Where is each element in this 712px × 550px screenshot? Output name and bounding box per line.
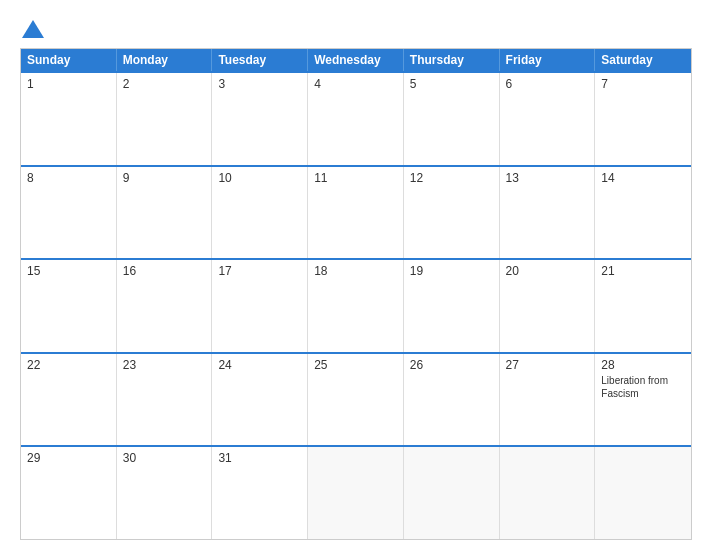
day-number: 12 bbox=[410, 171, 493, 185]
week-row-5: 293031 bbox=[21, 445, 691, 539]
week-row-2: 891011121314 bbox=[21, 165, 691, 259]
day-cell bbox=[500, 447, 596, 539]
day-cell: 10 bbox=[212, 167, 308, 259]
header-saturday: Saturday bbox=[595, 49, 691, 71]
day-number: 28 bbox=[601, 358, 685, 372]
calendar-page: Sunday Monday Tuesday Wednesday Thursday… bbox=[0, 0, 712, 550]
day-number: 25 bbox=[314, 358, 397, 372]
day-cell: 15 bbox=[21, 260, 117, 352]
header-thursday: Thursday bbox=[404, 49, 500, 71]
day-cell: 1 bbox=[21, 73, 117, 165]
day-number: 1 bbox=[27, 77, 110, 91]
day-cell: 6 bbox=[500, 73, 596, 165]
day-number: 6 bbox=[506, 77, 589, 91]
day-number: 9 bbox=[123, 171, 206, 185]
day-cell: 5 bbox=[404, 73, 500, 165]
header-wednesday: Wednesday bbox=[308, 49, 404, 71]
day-number: 5 bbox=[410, 77, 493, 91]
day-cell: 16 bbox=[117, 260, 213, 352]
day-cell: 20 bbox=[500, 260, 596, 352]
day-cell bbox=[595, 447, 691, 539]
day-number: 2 bbox=[123, 77, 206, 91]
day-cell: 18 bbox=[308, 260, 404, 352]
day-cell: 30 bbox=[117, 447, 213, 539]
day-cell: 22 bbox=[21, 354, 117, 446]
day-number: 23 bbox=[123, 358, 206, 372]
day-number: 3 bbox=[218, 77, 301, 91]
day-number: 13 bbox=[506, 171, 589, 185]
day-cell: 13 bbox=[500, 167, 596, 259]
day-cell: 29 bbox=[21, 447, 117, 539]
day-number: 7 bbox=[601, 77, 685, 91]
day-number: 26 bbox=[410, 358, 493, 372]
day-number: 31 bbox=[218, 451, 301, 465]
header-tuesday: Tuesday bbox=[212, 49, 308, 71]
day-cell: 17 bbox=[212, 260, 308, 352]
day-headers-row: Sunday Monday Tuesday Wednesday Thursday… bbox=[21, 49, 691, 71]
day-cell: 8 bbox=[21, 167, 117, 259]
day-cell: 19 bbox=[404, 260, 500, 352]
week-row-1: 1234567 bbox=[21, 71, 691, 165]
day-cell: 12 bbox=[404, 167, 500, 259]
day-number: 30 bbox=[123, 451, 206, 465]
day-number: 4 bbox=[314, 77, 397, 91]
day-number: 22 bbox=[27, 358, 110, 372]
day-number: 16 bbox=[123, 264, 206, 278]
svg-marker-0 bbox=[22, 20, 44, 38]
header-monday: Monday bbox=[117, 49, 213, 71]
day-cell: 4 bbox=[308, 73, 404, 165]
day-number: 15 bbox=[27, 264, 110, 278]
day-number: 17 bbox=[218, 264, 301, 278]
day-cell bbox=[308, 447, 404, 539]
day-number: 18 bbox=[314, 264, 397, 278]
week-row-4: 22232425262728Liberation from Fascism bbox=[21, 352, 691, 446]
week-row-3: 15161718192021 bbox=[21, 258, 691, 352]
day-number: 10 bbox=[218, 171, 301, 185]
day-cell: 31 bbox=[212, 447, 308, 539]
day-number: 24 bbox=[218, 358, 301, 372]
day-cell: 26 bbox=[404, 354, 500, 446]
day-cell: 21 bbox=[595, 260, 691, 352]
day-cell: 9 bbox=[117, 167, 213, 259]
day-number: 27 bbox=[506, 358, 589, 372]
day-number: 19 bbox=[410, 264, 493, 278]
header bbox=[20, 18, 692, 40]
day-cell: 28Liberation from Fascism bbox=[595, 354, 691, 446]
header-sunday: Sunday bbox=[21, 49, 117, 71]
day-number: 8 bbox=[27, 171, 110, 185]
day-cell: 14 bbox=[595, 167, 691, 259]
logo-icon bbox=[22, 18, 44, 40]
day-number: 20 bbox=[506, 264, 589, 278]
day-cell: 11 bbox=[308, 167, 404, 259]
day-cell: 24 bbox=[212, 354, 308, 446]
calendar-grid: Sunday Monday Tuesday Wednesday Thursday… bbox=[20, 48, 692, 540]
logo bbox=[20, 18, 44, 40]
event-label: Liberation from Fascism bbox=[601, 374, 685, 400]
weeks-container: 1234567891011121314151617181920212223242… bbox=[21, 71, 691, 539]
day-number: 21 bbox=[601, 264, 685, 278]
day-cell bbox=[404, 447, 500, 539]
day-number: 11 bbox=[314, 171, 397, 185]
header-friday: Friday bbox=[500, 49, 596, 71]
day-number: 29 bbox=[27, 451, 110, 465]
day-cell: 2 bbox=[117, 73, 213, 165]
day-cell: 25 bbox=[308, 354, 404, 446]
day-cell: 27 bbox=[500, 354, 596, 446]
day-cell: 7 bbox=[595, 73, 691, 165]
day-number: 14 bbox=[601, 171, 685, 185]
day-cell: 23 bbox=[117, 354, 213, 446]
day-cell: 3 bbox=[212, 73, 308, 165]
